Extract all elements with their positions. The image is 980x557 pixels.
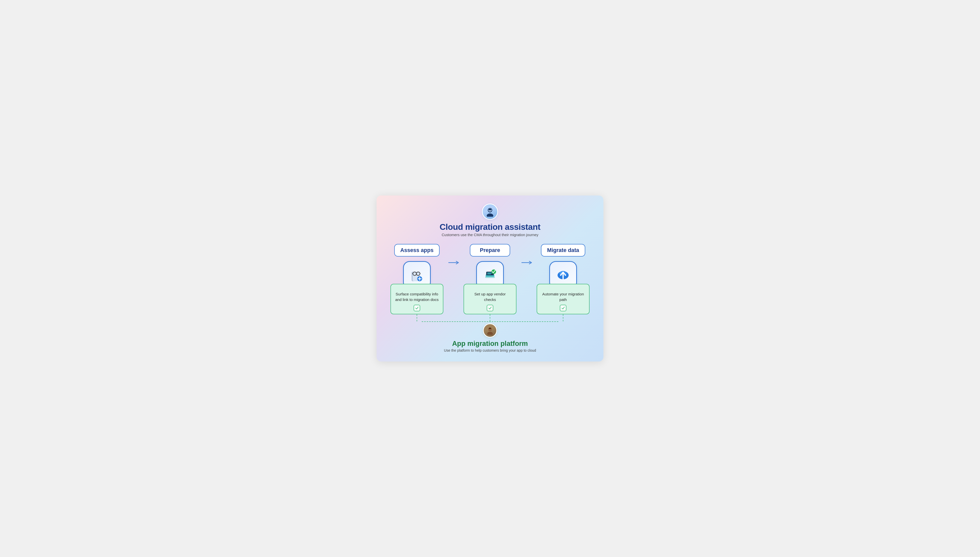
- header: Cloud migration assistant Customers use …: [387, 204, 593, 237]
- arrow-1: [447, 244, 460, 265]
- svg-line-10: [420, 273, 420, 274]
- svg-point-3: [488, 208, 492, 210]
- migrate-dashed-vert: [563, 314, 563, 321]
- migrate-check: [541, 305, 585, 311]
- prepare-icon: [481, 266, 499, 284]
- prepare-label: Prepare: [480, 247, 500, 253]
- bottom-section: App migration platform Use the platform …: [387, 323, 593, 352]
- check-icon: [488, 306, 492, 310]
- check-icon: [561, 306, 565, 310]
- migrate-check-badge: [560, 305, 566, 311]
- assess-info-wrap: Surface compatibility info and link to m…: [391, 289, 443, 321]
- assess-check-badge: [414, 305, 420, 311]
- migrate-icon: [554, 266, 572, 284]
- col-migrate: Migrate data: [535, 244, 591, 321]
- prepare-info-wrap: Set up app vendor checks: [464, 289, 516, 321]
- arrow-2: [520, 244, 533, 265]
- svg-line-9: [412, 273, 413, 274]
- prepare-label-box: Prepare: [470, 244, 510, 257]
- svg-point-1: [487, 213, 493, 217]
- migrate-info-text: Automate your migration path: [541, 292, 585, 302]
- prepare-info-text: Set up app vendor checks: [468, 292, 512, 302]
- main-subtitle: Customers use the CMA throughout their m…: [441, 233, 539, 237]
- assess-check: [395, 305, 439, 311]
- platform-subtitle: Use the platform to help customers bring…: [444, 349, 536, 352]
- migrate-label: Migrate data: [547, 247, 579, 253]
- prepare-check-badge: [487, 305, 493, 311]
- cma-avatar-icon: [485, 207, 495, 217]
- col-assess: Assess apps: [389, 244, 445, 321]
- arrow-2-svg: [521, 261, 532, 265]
- migrate-label-box: Migrate data: [541, 244, 585, 257]
- assess-dashed-vert: [417, 314, 417, 321]
- main-title: Cloud migration assistant: [440, 222, 540, 232]
- prepare-check: [468, 305, 512, 311]
- prepare-dashed-vert: [490, 314, 490, 321]
- check-icon: [415, 306, 419, 310]
- prepare-info-box: Set up app vendor checks: [464, 284, 516, 314]
- svg-point-30: [487, 332, 493, 335]
- assess-icon: [408, 266, 426, 284]
- migrate-info-wrap: Automate your migration path: [537, 289, 589, 321]
- platform-avatar-icon: [486, 326, 494, 335]
- assess-info-text: Surface compatibility info and link to m…: [395, 292, 439, 302]
- cma-avatar: [482, 204, 498, 220]
- slide: Cloud migration assistant Customers use …: [376, 195, 604, 362]
- svg-point-32: [489, 327, 491, 329]
- assess-label: Assess apps: [400, 247, 433, 253]
- col-prepare: Prepare: [462, 244, 518, 321]
- platform-avatar: [483, 323, 497, 337]
- main-diagram: Assess apps: [387, 244, 593, 352]
- migrate-info-box: Automate your migration path: [537, 284, 589, 314]
- assess-label-box: Assess apps: [394, 244, 440, 257]
- arrow-1-svg: [448, 261, 459, 265]
- columns-row: Assess apps: [387, 244, 593, 321]
- assess-info-box: Surface compatibility info and link to m…: [391, 284, 443, 314]
- platform-title: App migration platform: [452, 340, 528, 348]
